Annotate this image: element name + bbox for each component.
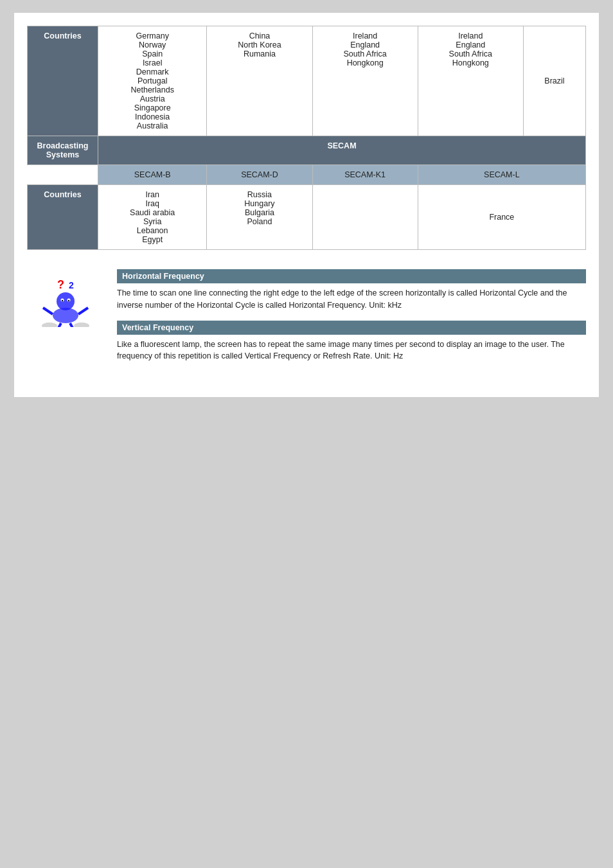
horizontal-frequency-text: The time to scan one line connecting the… [117,287,586,312]
label-countries-pal: Countries [28,26,98,136]
info-section: ? 2 Horizontal Frequency The time to sca… [27,269,586,371]
main-table: Countries Germany Norway Spain Israel De… [27,26,586,250]
illustration-container: ? 2 [27,269,104,327]
vertical-frequency-title: Vertical Frequency [117,321,586,335]
svg-point-3 [57,292,75,310]
secam-header: SECAM [98,136,586,165]
col-brazil: Brazil [523,26,585,136]
svg-point-6 [62,300,63,301]
svg-point-13 [74,323,89,327]
label-countries-secam: Countries [28,185,98,250]
label-broadcasting: BroadcastingSystems [28,136,98,165]
secam-k1-header: SECAM-K1 [312,165,418,185]
svg-line-10 [57,323,61,327]
col-empty [312,185,418,250]
svg-point-12 [42,323,57,327]
table-row-countries-pal: Countries Germany Norway Spain Israel De… [28,26,586,136]
svg-point-7 [68,300,69,301]
col-iran-group: Iran Iraq Saudi arabia Syria Lebanon Egy… [98,185,207,250]
svg-line-11 [70,323,74,327]
col-china-group: China North Korea Rumania [207,26,312,136]
table-row-secam-subheaders: SECAM-B SECAM-D SECAM-K1 SECAM-L [28,165,586,185]
horizontal-frequency-block: Horizontal Frequency The time to scan on… [117,269,586,312]
col-germany-group: Germany Norway Spain Israel Denmark Port… [98,26,207,136]
vertical-frequency-block: Vertical Frequency Like a fluorescent la… [117,321,586,363]
info-content: Horizontal Frequency The time to scan on… [117,269,586,371]
col-france: France [418,185,585,250]
page-wrapper: Countries Germany Norway Spain Israel De… [14,13,599,397]
monitor-illustration: ? 2 [30,269,101,327]
col-russia-group: Russia Hungary Bulgaria Poland [207,185,312,250]
svg-text:2: 2 [69,280,74,290]
col-ireland-group2: Ireland England South Africa Hongkong [418,26,523,136]
horizontal-frequency-title: Horizontal Frequency [117,269,586,283]
col-ireland-group1: Ireland England South Africa Hongkong [312,26,418,136]
secam-d-header: SECAM-D [207,165,312,185]
secam-l-header: SECAM-L [418,165,585,185]
svg-line-2 [78,308,88,314]
svg-line-1 [43,308,53,314]
table-row-countries-secam: Countries Iran Iraq Saudi arabia Syria L… [28,185,586,250]
secam-b-header: SECAM-B [98,165,207,185]
svg-text:?: ? [57,278,64,291]
table-row-secam-header: BroadcastingSystems SECAM [28,136,586,165]
vertical-frequency-text: Like a fluorescent lamp, the screen has … [117,339,586,363]
